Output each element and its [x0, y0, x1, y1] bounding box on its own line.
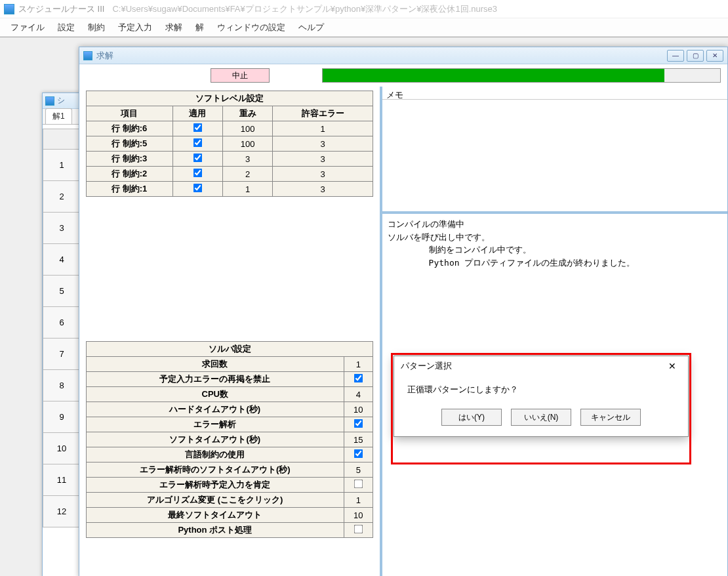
background-window-title: シ — [57, 95, 65, 106]
app-title: スケジュールナース III — [18, 3, 104, 15]
row-number[interactable]: 3 — [43, 213, 81, 244]
tabstrip: 解1 — [43, 109, 81, 125]
row-number[interactable]: 1 — [43, 150, 81, 181]
progress-bar — [322, 68, 721, 83]
close-icon[interactable]: ✕ — [663, 359, 681, 373]
table-row: 予定入力エラーの再掲を禁止 — [87, 372, 373, 387]
table-row: CPU数4 — [87, 387, 373, 402]
setting-checkbox[interactable] — [354, 374, 363, 383]
col-weight: 重み — [222, 106, 272, 121]
menu-constraints[interactable]: 制約 — [81, 19, 111, 36]
right-column: メモ コンパイルの準備中 ソルバを呼び出し中です。 制約をコンパイル中です。 P… — [382, 87, 727, 576]
table-row: 行 制約:61001 — [87, 121, 373, 136]
apply-checkbox[interactable] — [193, 169, 202, 178]
maximize-button[interactable]: ▢ — [687, 50, 704, 62]
workspace: シ 解1 1 2 3 4 5 6 7 8 9 10 11 12 求解 — ▢ — [0, 37, 728, 576]
background-window-titlebar[interactable]: シ — [43, 93, 81, 109]
row-number[interactable]: 7 — [43, 339, 81, 370]
row-number[interactable]: 12 — [43, 496, 81, 527]
dialog-button-row: はい(Y) いいえ(N) キャンセル — [394, 400, 688, 436]
table-row: ハードタイムアウト(秒)10 — [87, 402, 373, 417]
setting-checkbox[interactable] — [354, 525, 363, 534]
menu-help[interactable]: ヘルプ — [292, 19, 331, 36]
app-filepath: C:¥Users¥sugaw¥Documents¥FA¥プロジェクトサンプル¥p… — [112, 3, 497, 15]
menu-settings[interactable]: 設定 — [51, 19, 81, 36]
close-button[interactable]: ✕ — [706, 50, 723, 62]
no-button[interactable]: いいえ(N) — [511, 409, 571, 426]
solve-window-titlebar[interactable]: 求解 — ▢ ✕ — [79, 47, 727, 64]
dialog-title: パターン選択 — [401, 360, 452, 372]
apply-checkbox[interactable] — [193, 184, 202, 193]
table-row: 最終ソフトタイムアウト10 — [87, 508, 373, 523]
menu-file[interactable]: ファイル — [4, 19, 51, 36]
row-number[interactable]: 9 — [43, 401, 81, 433]
row-number[interactable]: 11 — [43, 464, 81, 496]
soft-level-heading: ソフトレベル設定 — [87, 91, 373, 106]
solve-child-window: 求解 — ▢ ✕ 中止 ソフトレベル設定 項目 適用 重み — [79, 47, 728, 576]
menubar: ファイル 設定 制約 予定入力 求解 解 ウィンドウの設定 ヘルプ — [0, 18, 728, 37]
cancel-button[interactable]: キャンセル — [580, 409, 641, 426]
table-row: 行 制約:333 — [87, 152, 373, 167]
row-number[interactable]: 10 — [43, 433, 81, 464]
dialog-titlebar[interactable]: パターン選択 ✕ — [394, 356, 688, 376]
row-number[interactable]: 8 — [43, 370, 81, 401]
table-row: 行 制約:223 — [87, 167, 373, 182]
table-row: エラー解析時予定入力を肯定 — [87, 478, 373, 493]
memo-label: メモ — [382, 87, 727, 100]
tab-solution-1[interactable]: 解1 — [45, 108, 72, 124]
menu-solution[interactable]: 解 — [189, 19, 211, 36]
table-row: 求回数1 — [87, 357, 373, 372]
soft-level-table: ソフトレベル設定 項目 適用 重み 許容エラー 行 制約:61001 行 制約:… — [86, 91, 373, 197]
progress-fill — [323, 69, 664, 82]
dialog-message: 正循環パターンにしますか？ — [394, 376, 688, 400]
solver-settings-table: ソルバ設定 求回数1 予定入力エラーの再掲を禁止 CPU数4 ハードタイムアウト… — [86, 341, 373, 538]
yes-button[interactable]: はい(Y) — [441, 409, 502, 426]
minimize-button[interactable]: — — [667, 50, 684, 62]
row-number[interactable]: 6 — [43, 307, 81, 339]
apply-checkbox[interactable] — [193, 138, 202, 148]
row-number[interactable]: 2 — [43, 181, 81, 213]
main-titlebar: スケジュールナース III C:¥Users¥sugaw¥Documents¥F… — [0, 0, 728, 18]
progress-remainder — [664, 69, 720, 82]
col-tolerance: 許容エラー — [273, 106, 373, 121]
table-row: Python ポスト処理 — [87, 523, 373, 538]
apply-checkbox[interactable] — [193, 154, 202, 163]
menu-window[interactable]: ウィンドウの設定 — [211, 19, 292, 36]
table-row: 行 制約:113 — [87, 182, 373, 197]
setting-checkbox[interactable] — [354, 449, 363, 459]
table-row: エラー解析 — [87, 417, 373, 432]
row-number-column: 1 2 3 4 5 6 7 8 9 10 11 12 — [43, 125, 81, 527]
menu-solve[interactable]: 求解 — [159, 19, 189, 36]
setting-checkbox[interactable] — [354, 419, 363, 428]
app-icon — [4, 4, 14, 14]
left-column: ソフトレベル設定 項目 適用 重み 許容エラー 行 制約:61001 行 制約:… — [79, 87, 382, 576]
solve-toolbar: 中止 — [79, 64, 727, 87]
stop-button[interactable]: 中止 — [211, 68, 270, 83]
window-icon — [83, 51, 92, 60]
solve-window-title: 求解 — [96, 50, 113, 62]
background-child-window[interactable]: シ 解1 1 2 3 4 5 6 7 8 9 10 11 12 — [42, 93, 81, 576]
table-row: ソフトタイムアウト(秒)15 — [87, 432, 373, 447]
table-row: アルゴリズム変更 (ここをクリック)1 — [87, 493, 373, 508]
pattern-select-dialog: パターン選択 ✕ 正循環パターンにしますか？ はい(Y) いいえ(N) キャンセ… — [394, 356, 689, 437]
col-item: 項目 — [87, 106, 173, 121]
table-row: 行 制約:51003 — [87, 136, 373, 152]
window-icon — [45, 96, 54, 106]
solver-settings-heading: ソルバ設定 — [87, 342, 373, 357]
table-row: 言語制約の使用 — [87, 447, 373, 463]
memo-textarea[interactable] — [382, 100, 727, 211]
table-row: エラー解析時のソフトタイムアウト(秒)5 — [87, 463, 373, 478]
row-number[interactable]: 5 — [43, 276, 81, 307]
log-output[interactable]: コンパイルの準備中 ソルバを呼び出し中です。 制約をコンパイル中です。 Pyth… — [382, 214, 727, 273]
col-apply: 適用 — [172, 106, 222, 121]
row-number-header — [43, 129, 81, 150]
row-number[interactable]: 4 — [43, 244, 81, 276]
setting-checkbox[interactable] — [354, 480, 363, 489]
menu-schedule-input[interactable]: 予定入力 — [111, 19, 159, 36]
apply-checkbox[interactable] — [193, 123, 202, 133]
